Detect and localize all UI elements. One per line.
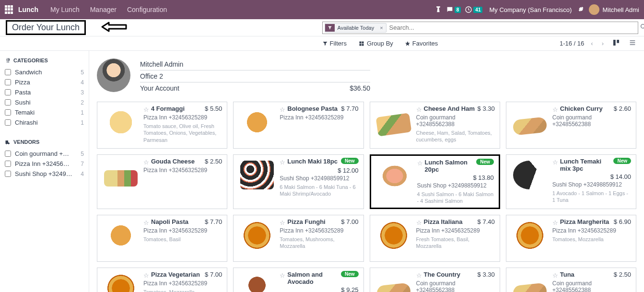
product-card[interactable]: ☆Tuna$ 2.50 Coin gourmand +32485562388 T… (506, 268, 636, 292)
category-item[interactable]: Temaki1 (5, 107, 84, 117)
category-item[interactable]: Chirashi1 (5, 117, 84, 128)
vendor-checkbox[interactable] (5, 161, 11, 167)
category-checkbox[interactable] (5, 79, 11, 85)
product-card[interactable]: ☆Pizza Funghi$ 7.00 Pizza Inn +324563252… (233, 215, 363, 262)
star-icon[interactable]: ☆ (417, 160, 423, 167)
search-input[interactable] (386, 23, 636, 32)
kanban-view-icon[interactable] (610, 38, 622, 49)
activity-icon[interactable]: 41 (465, 6, 482, 13)
product-card[interactable]: ☆The Country$ 3.30 Coin gourmand +324855… (370, 268, 500, 292)
product-card[interactable]: ☆Salmon and AvocadoNew$ 9.25 Sushi Shop … (233, 268, 363, 292)
star-icon[interactable]: ☆ (416, 272, 422, 279)
vendor-item[interactable]: Pizza Inn +324563252...7 (5, 159, 84, 169)
filter-chip-available-today[interactable]: Available Today × (325, 23, 386, 33)
product-card[interactable]: ☆Cheese And Ham$ 3.30 Coin gourmand +324… (370, 102, 500, 149)
nav-my-lunch[interactable]: My Lunch (50, 6, 80, 13)
phone-icon[interactable] (434, 6, 442, 13)
product-name: Pizza Funghi (287, 218, 325, 225)
favorites-button[interactable]: Favorites (405, 40, 438, 47)
debug-icon[interactable] (576, 6, 584, 13)
star-icon[interactable]: ☆ (280, 272, 285, 279)
toolbar: Filters Group By Favorites 1-16 / 16 ‹ › (0, 36, 644, 51)
category-count: 5 (81, 69, 84, 76)
product-card[interactable]: ☆Pizza Italiana$ 7.40 Pizza Inn +3245632… (370, 215, 500, 262)
star-icon[interactable]: ☆ (143, 272, 149, 279)
category-checkbox[interactable] (5, 99, 11, 105)
category-item[interactable]: Sandwich5 (5, 67, 84, 77)
account-balance: $36.50 (350, 84, 370, 92)
star-icon[interactable]: ☆ (143, 159, 149, 166)
product-card[interactable]: ☆Bolognese Pasta$ 7.70 Pizza Inn +324563… (233, 102, 363, 149)
star-icon[interactable]: ☆ (280, 219, 285, 226)
star-icon[interactable]: ☆ (552, 159, 558, 166)
product-card[interactable]: ☆Lunch Maki 18pcNew$ 12.00 Sushi Shop +3… (233, 154, 363, 209)
star-icon[interactable]: ☆ (552, 106, 558, 113)
star-icon[interactable]: ☆ (552, 219, 558, 226)
product-price: $ 13.80 (417, 174, 494, 181)
category-item[interactable]: Sushi2 (5, 97, 84, 107)
category-checkbox[interactable] (5, 69, 11, 75)
app-brand[interactable]: Lunch (18, 6, 38, 13)
category-checkbox[interactable] (5, 109, 11, 116)
nav-configuration[interactable]: Configuration (127, 6, 167, 13)
pager-next[interactable]: › (600, 39, 606, 48)
product-card[interactable]: ☆4 Formaggi$ 5.50 Pizza Inn +32456325289… (97, 102, 227, 149)
category-count: 1 (81, 119, 84, 126)
category-item[interactable]: Pasta3 (5, 87, 84, 97)
category-checkbox[interactable] (5, 89, 11, 95)
filter-chip-remove[interactable]: × (377, 25, 386, 31)
vendor-checkbox[interactable] (5, 151, 11, 157)
product-card[interactable]: ☆Gouda Cheese$ 2.50 Pizza Inn +324563252… (97, 154, 227, 209)
company-switcher[interactable]: My Company (San Francisco) (489, 6, 572, 13)
discuss-icon[interactable]: 8 (446, 6, 461, 13)
product-card[interactable]: ☆Pizza Margherita$ 6.90 Pizza Inn +32456… (506, 215, 636, 262)
star-icon[interactable]: ☆ (280, 106, 285, 113)
vendor-label: Coin gourmand +324... (15, 150, 72, 157)
product-card[interactable]: ☆Chicken Curry$ 2.60 Coin gourmand +3248… (506, 102, 636, 149)
product-card[interactable]: ☆Lunch Temaki mix 3pcNew$ 14.00 Sushi Sh… (506, 154, 636, 209)
star-icon[interactable]: ☆ (143, 106, 149, 113)
groupby-button[interactable]: Group By (358, 40, 393, 47)
product-card[interactable]: ☆Lunch Salmon 20pcNew$ 13.80 Sushi Shop … (370, 154, 500, 209)
search-wrap[interactable]: Available Today × (322, 22, 639, 34)
product-vendor: Pizza Inn +32456325289 (552, 227, 631, 234)
category-checkbox[interactable] (5, 119, 11, 126)
list-view-icon[interactable] (627, 38, 638, 49)
product-thumb (238, 158, 276, 192)
apps-icon[interactable] (5, 5, 13, 14)
account-name: Mitchell Admin (140, 60, 183, 68)
product-card[interactable]: ☆Napoli Pasta$ 7.70 Pizza Inn +324563252… (97, 215, 227, 262)
star-icon[interactable]: ☆ (280, 159, 285, 166)
star-icon[interactable]: ☆ (416, 106, 422, 113)
category-item[interactable]: Pizza4 (5, 77, 84, 87)
product-name: Chicken Curry (560, 105, 603, 112)
filters-button[interactable]: Filters (322, 40, 347, 47)
product-thumb (102, 271, 140, 292)
search-icon[interactable] (640, 23, 644, 32)
vendor-checkbox[interactable] (5, 171, 11, 177)
category-label: Sandwich (15, 69, 42, 76)
product-desc: Tomatoes, Mozzarella, Mushrooms, Peppers… (143, 289, 222, 292)
cutlery-icon (5, 58, 11, 63)
star-icon[interactable]: ☆ (143, 219, 149, 226)
filter-icon (325, 24, 335, 32)
product-thumb (375, 218, 412, 253)
product-desc: Tomatoes, Mozzarella (552, 236, 631, 243)
vendor-count: 5 (81, 151, 84, 157)
pager-prev[interactable]: ‹ (589, 39, 595, 48)
product-price: $ 7.40 (478, 218, 495, 225)
product-card[interactable]: ☆Pizza Vegetarian$ 7.00 Pizza Inn +32456… (97, 268, 227, 292)
product-thumb (238, 218, 276, 253)
user-menu[interactable]: Mitchell Admi (589, 4, 639, 15)
vendor-item[interactable]: Coin gourmand +324...5 (5, 149, 84, 159)
category-label: Temaki (15, 109, 35, 116)
product-thumb (375, 271, 412, 292)
vendor-item[interactable]: Sushi Shop +3249885...4 (5, 169, 84, 179)
product-price: $ 2.50 (614, 271, 631, 278)
truck-icon (5, 139, 11, 145)
product-grid: ☆4 Formaggi$ 5.50 Pizza Inn +32456325289… (97, 102, 636, 292)
star-icon[interactable]: ☆ (552, 272, 558, 279)
product-name: Napoli Pasta (151, 218, 188, 225)
nav-manager[interactable]: Manager (90, 6, 117, 13)
star-icon[interactable]: ☆ (416, 219, 422, 226)
